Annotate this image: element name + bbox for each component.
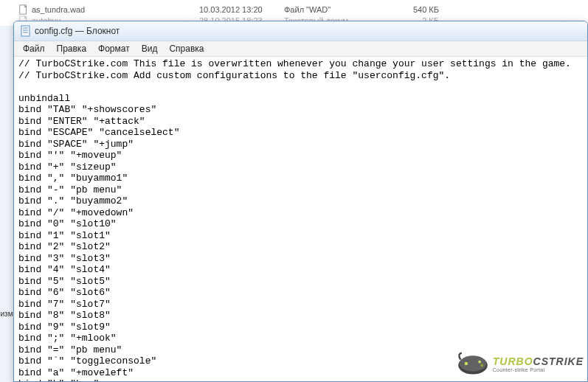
notepad-icon bbox=[20, 25, 32, 37]
menubar: Файл Правка Формат Вид Справка bbox=[14, 41, 587, 57]
menu-format[interactable]: Формат bbox=[92, 42, 136, 55]
svg-rect-2 bbox=[21, 26, 30, 36]
menu-edit[interactable]: Правка bbox=[51, 42, 93, 55]
notepad-window: config.cfg — Блокнот Файл Правка Формат … bbox=[13, 21, 588, 382]
left-panel-strip bbox=[0, 26, 13, 382]
window-title: config.cfg — Блокнот bbox=[35, 26, 120, 36]
file-size: 540 КБ bbox=[380, 5, 439, 14]
menu-file[interactable]: Файл bbox=[17, 42, 51, 55]
file-name: as_tundra.wad bbox=[32, 5, 85, 14]
titlebar[interactable]: config.cfg — Блокнот bbox=[14, 21, 587, 41]
file-type: Файл "WAD" bbox=[284, 5, 380, 14]
file-date: 10.03.2012 13:20 bbox=[199, 5, 284, 14]
file-row[interactable]: as_tundra.wad 10.03.2012 13:20 Файл "WAD… bbox=[0, 4, 588, 15]
file-icon bbox=[18, 4, 29, 15]
menu-view[interactable]: Вид bbox=[136, 42, 164, 55]
menu-help[interactable]: Справка bbox=[163, 42, 210, 55]
left-panel-label: изм bbox=[0, 310, 13, 318]
text-area[interactable]: // TurboCStrike.com This file is overwri… bbox=[14, 57, 587, 381]
